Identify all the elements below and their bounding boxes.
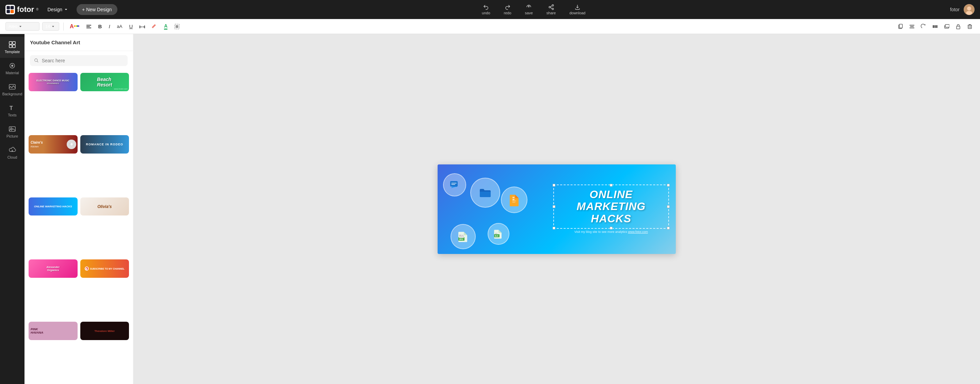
font-size-select[interactable]: 14 bbox=[42, 22, 59, 31]
svg-rect-29 bbox=[945, 24, 950, 27]
sidebar-item-label-template: Template bbox=[5, 50, 20, 54]
canvas: JPG XLS bbox=[438, 164, 676, 254]
search-bar bbox=[30, 55, 127, 66]
top-bar-center: undo redo save share download bbox=[479, 3, 588, 16]
template-item[interactable]: AlexanderOrganics bbox=[29, 260, 78, 278]
align-button[interactable] bbox=[907, 22, 917, 31]
background-icon bbox=[8, 83, 16, 91]
svg-rect-12 bbox=[86, 25, 91, 25]
svg-rect-1 bbox=[7, 6, 10, 9]
template-item[interactable]: ELECTRONIC DANCE MUSICEDARMIXES bbox=[29, 73, 78, 91]
selection-box[interactable]: ONLINE MARKETING HACKS bbox=[553, 185, 669, 229]
svg-point-10 bbox=[967, 6, 971, 11]
text-color-button[interactable]: A bbox=[68, 22, 81, 31]
design-button[interactable]: Design bbox=[44, 5, 71, 14]
search-input[interactable] bbox=[42, 58, 124, 63]
selection-handle-mr bbox=[667, 205, 670, 208]
svg-point-7 bbox=[549, 6, 550, 8]
bold-button[interactable]: B bbox=[96, 22, 104, 31]
sidebar-item-label-picture: Picture bbox=[6, 134, 18, 138]
undo-button[interactable]: undo bbox=[479, 3, 493, 16]
sidebar-item-material[interactable]: Material bbox=[0, 58, 24, 79]
highlight-color-button[interactable] bbox=[150, 22, 159, 31]
delete-button[interactable] bbox=[965, 22, 975, 31]
redo-button[interactable]: redo bbox=[501, 3, 514, 16]
sidebar-item-picture[interactable]: Picture bbox=[0, 121, 24, 142]
distribute-button[interactable] bbox=[930, 22, 940, 31]
share-button[interactable]: share bbox=[544, 3, 559, 16]
underline-button[interactable]: U bbox=[127, 22, 135, 31]
svg-rect-21 bbox=[899, 24, 902, 28]
avatar[interactable] bbox=[964, 4, 975, 15]
sidebar-item-texts[interactable]: T Texts bbox=[0, 100, 24, 121]
sidebar-item-label-background: Background bbox=[2, 92, 22, 96]
left-panel: Youtube Channel Art ELECTRONIC DANCE MUS… bbox=[24, 34, 134, 384]
font-family-select[interactable]: Aleo bbox=[5, 22, 40, 31]
svg-rect-35 bbox=[13, 45, 15, 48]
svg-point-37 bbox=[11, 65, 13, 67]
canvas-area[interactable]: JPG XLS bbox=[134, 34, 980, 384]
template-item[interactable]: ROMANCE IN RODEO bbox=[80, 135, 129, 153]
highlight-bg-button[interactable]: A bbox=[162, 22, 169, 31]
selection-handle-bm bbox=[610, 227, 612, 229]
italic-button[interactable]: I bbox=[107, 22, 112, 31]
template-item[interactable]: PINKHAVANA bbox=[29, 322, 78, 340]
svg-rect-17 bbox=[152, 28, 157, 29]
copy-style-button[interactable] bbox=[896, 22, 905, 31]
text-align-button[interactable] bbox=[84, 22, 94, 31]
top-bar-left: fotor® Design + New Design bbox=[5, 4, 118, 15]
svg-rect-46 bbox=[512, 199, 514, 200]
template-item[interactable]: Olivia's bbox=[80, 198, 129, 216]
template-item[interactable]: Claire'sKitchen 🍽️ bbox=[29, 135, 78, 153]
sidebar-icons: Template Material Background T Texts bbox=[0, 34, 24, 384]
layer-button[interactable] bbox=[942, 22, 951, 31]
panel-title: Youtube Channel Art bbox=[24, 34, 133, 51]
selection-handle-br bbox=[667, 227, 670, 229]
texts-icon: T bbox=[8, 104, 16, 112]
jpg-icon-circle: JPG bbox=[450, 224, 476, 249]
svg-rect-23 bbox=[910, 26, 914, 27]
save-button[interactable]: save bbox=[522, 3, 536, 16]
chat-icon-circle bbox=[443, 173, 466, 196]
user-name: fotor bbox=[950, 7, 959, 12]
selection-handle-bl bbox=[553, 227, 555, 229]
selection-handle-ml bbox=[553, 205, 555, 208]
download-button[interactable]: download bbox=[566, 3, 588, 16]
rotate-button[interactable] bbox=[919, 22, 928, 31]
font-size-small-button[interactable]: aA bbox=[115, 22, 124, 30]
svg-rect-3 bbox=[7, 10, 10, 13]
svg-rect-34 bbox=[9, 45, 12, 48]
template-item[interactable]: BeachResort www.hotel.com bbox=[80, 73, 129, 91]
xls-icon-circle: XLS bbox=[488, 223, 509, 245]
top-bar-right: fotor bbox=[950, 4, 975, 15]
top-bar: fotor® Design + New Design undo redo sav… bbox=[0, 0, 980, 19]
lock-button[interactable] bbox=[953, 22, 963, 31]
templates-grid: ELECTRONIC DANCE MUSICEDARMIXES BeachRes… bbox=[24, 70, 133, 384]
opacity-button[interactable] bbox=[172, 22, 182, 31]
svg-rect-26 bbox=[934, 25, 936, 28]
svg-point-8 bbox=[552, 8, 554, 10]
svg-rect-27 bbox=[936, 25, 937, 28]
svg-rect-32 bbox=[9, 41, 12, 44]
letter-spacing-button[interactable] bbox=[137, 22, 147, 31]
main-area: Template Material Background T Texts bbox=[0, 34, 980, 384]
format-divider-1 bbox=[63, 22, 64, 31]
template-item[interactable]: ▶ SUBSCRIBE TO MY CHANNEL bbox=[80, 260, 129, 278]
svg-point-6 bbox=[552, 5, 554, 6]
svg-rect-30 bbox=[956, 26, 960, 29]
sidebar-item-label-cloud: Cloud bbox=[8, 155, 18, 159]
cloud-icon bbox=[8, 147, 16, 154]
svg-rect-33 bbox=[13, 41, 15, 44]
template-item[interactable]: Theodore Miller bbox=[80, 322, 129, 340]
new-design-button[interactable]: + New Design bbox=[76, 4, 118, 15]
sidebar-item-cloud[interactable]: Cloud bbox=[0, 142, 24, 163]
template-item[interactable]: ONLINE MARKETING HACKS bbox=[29, 198, 78, 216]
svg-text:XLS: XLS bbox=[495, 235, 498, 237]
svg-rect-2 bbox=[11, 6, 14, 9]
svg-rect-25 bbox=[933, 25, 934, 28]
selection-handle-tl bbox=[553, 184, 555, 186]
canvas-subtitle: Visit my blog site to see more analytics… bbox=[574, 230, 648, 234]
svg-rect-40 bbox=[9, 127, 15, 131]
sidebar-item-background[interactable]: Background bbox=[0, 79, 24, 100]
sidebar-item-template[interactable]: Template bbox=[0, 37, 24, 58]
